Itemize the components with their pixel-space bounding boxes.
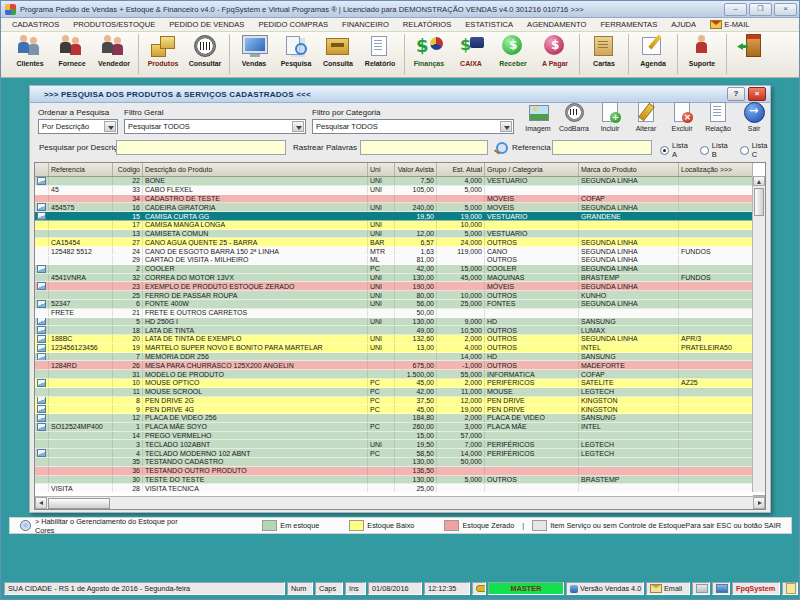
table-row[interactable]: 13CAMISETA COMUNUNI12,005,000VESTUARIO [35, 230, 753, 239]
table-row[interactable]: 11MOUSE SCROOLPC42,0011,000MOUSELEGTECH [35, 388, 753, 397]
radio-lista-c[interactable]: Lista C [740, 141, 768, 159]
toolbar-caixa[interactable]: CAIXA [450, 34, 492, 76]
general-filter-select[interactable]: Pesquisar TODOS [124, 119, 306, 134]
menu-relat-rios[interactable]: RELATÓRIOS [396, 20, 458, 29]
menu-e-mail[interactable]: E-MAIL [703, 20, 756, 29]
toolbar-receber[interactable]: Receber [492, 34, 534, 76]
menu-cadastros[interactable]: CADASTROS [5, 20, 66, 29]
toolbar-a-pagar[interactable]: A Pagar [534, 34, 576, 76]
table-row[interactable]: 34CADASTRO DE TESTEMOVEISCOFAP [35, 195, 753, 204]
menu-estatistica[interactable]: ESTATISTICA [458, 20, 520, 29]
table-row[interactable]: 22BONEUNI7,504,000VESTUARIOSEGUNDA LINHA [35, 177, 753, 186]
table-row[interactable]: CA1545427CANO AGUA QUENTE 25 - BARRABAR6… [35, 238, 753, 247]
search-description-input[interactable] [116, 140, 286, 155]
menu-pedido-compras[interactable]: PEDIDO COMPRAS [251, 20, 335, 29]
toolbar-exit[interactable] [730, 34, 772, 76]
column-header[interactable]: Uni [368, 163, 395, 176]
printer-icon[interactable] [692, 582, 710, 595]
table-row[interactable]: 3TECLADO 102ABNTUNI19,507,000PERIFÉRICOS… [35, 440, 753, 449]
status-email-button[interactable]: Email [646, 582, 690, 595]
toolbar-vendas[interactable]: Vendas [233, 34, 275, 76]
imagem-button[interactable]: Imagem [520, 101, 556, 139]
table-row[interactable]: 4533CABO FLEXELUNI105,005,000 [35, 186, 753, 195]
column-header[interactable]: Grupo / Categoria [485, 163, 579, 176]
toolbar-pesquisa[interactable]: Pesquisa [275, 34, 317, 76]
sair-button[interactable]: Sair [736, 101, 772, 139]
close-button[interactable] [774, 3, 797, 16]
radio-lista-a[interactable]: Lista A [660, 141, 688, 159]
table-row[interactable]: SO12524MP4001PLACA MÃE SOYOPC260,003,000… [35, 423, 753, 432]
table-row[interactable]: 4541VNRA32CORREA DO MOTOR 13VXUNI130,004… [35, 274, 753, 283]
toolbar-finan-as[interactable]: Finanças [408, 34, 450, 76]
table-row[interactable]: 8PEN DRIVE 2GPC37,5012,000PEN DRIVEKINGS… [35, 397, 753, 406]
menu-pedido-de-vendas[interactable]: PEDIDO DE VENDAS [162, 20, 251, 29]
table-row[interactable]: 36TESTANDO OUTRO PRODUTO136,50 [35, 467, 753, 476]
scroll-left-icon[interactable] [35, 497, 47, 509]
menu-produtos-estoque[interactable]: PRODUTOS/ESTOQUE [66, 20, 162, 29]
table-row[interactable]: 125482 551224CANO DE ESGOTO BARRA 150 2ª… [35, 247, 753, 256]
table-row[interactable]: 9PEN DRIVE 4GPC45,0019,000PEN DRIVEKINGS… [35, 405, 753, 414]
vertical-scroll-thumb[interactable] [754, 188, 764, 216]
rela-o-button[interactable]: Relação [700, 101, 736, 139]
menu-ajuda[interactable]: AJUDA [664, 20, 703, 29]
minimize-button[interactable] [724, 3, 747, 16]
menu-ferramentas[interactable]: FERRAMENTAS [593, 20, 664, 29]
table-row[interactable]: 12PLACA DE VIDEO 256184,802,000PLACA DE … [35, 414, 753, 423]
table-row[interactable]: 35TESTANDO CADASTRO130,0050,000 [35, 458, 753, 467]
toolbar-fornece[interactable]: Fornece [51, 34, 93, 76]
column-header[interactable]: Marca do Produto [579, 163, 679, 176]
panel-close-button[interactable] [748, 87, 766, 101]
table-row[interactable]: 45457516CADEIRA GIRATORIAUNI240,005,000M… [35, 203, 753, 212]
table-row[interactable]: 29CARTAO DE VISITA - MILHEIROML81,00OUTR… [35, 256, 753, 265]
horizontal-scroll-thumb[interactable] [48, 498, 110, 509]
table-row[interactable]: 14PREGO VERMELHO15,0057,000 [35, 432, 753, 441]
table-row[interactable]: 1284RD26MESA PARA CHURRASCO 125X200 ANGE… [35, 361, 753, 370]
column-header[interactable]: Localização >>> [679, 163, 753, 176]
table-row[interactable]: 17CAMISA MANGA LONGAUNI10,000 [35, 221, 753, 230]
monitor-icon[interactable] [712, 582, 730, 595]
table-row[interactable]: 523476FONTE 400WUNI56,0025,000FONTESSEGU… [35, 300, 753, 309]
vertical-scrollbar[interactable] [752, 176, 765, 492]
toolbar-agenda[interactable]: Agenda [632, 34, 674, 76]
order-filter-select[interactable]: Por Descrição [38, 119, 118, 134]
incluir-button[interactable]: Incluir [592, 101, 628, 139]
column-header[interactable] [35, 163, 49, 176]
table-row[interactable]: 31MODELO DE PRODUTO1.500,0055,000INFORMA… [35, 370, 753, 379]
table-row[interactable]: 2COOLERPC42,0015,000COOLERSEGUNDA LINHA [35, 265, 753, 274]
toolbar-consulta[interactable]: Consulta [317, 34, 359, 76]
table-row[interactable]: 5HD 250G IUNI130,009,000HDSANSUNG [35, 318, 753, 327]
column-header[interactable]: Referencia [49, 163, 113, 176]
toolbar-vendedor[interactable]: Vendedor [93, 34, 135, 76]
codbarra-button[interactable]: CodBarra [556, 101, 592, 139]
restore-button[interactable] [749, 3, 772, 16]
table-row[interactable]: 30TESTE DO TESTE130,005,000OUTROSBRASTEM… [35, 476, 753, 485]
table-row[interactable]: 188BC20LATA DE TINTA DE EXEMPLOUNI132,60… [35, 335, 753, 344]
radio-lista-b[interactable]: Lista B [700, 141, 728, 159]
menu-agendamento[interactable]: AGENDAMENTO [520, 20, 593, 29]
horizontal-scrollbar[interactable] [35, 496, 765, 509]
table-row[interactable]: VISITA28VISITA TECNICA25,00 [35, 484, 753, 493]
table-row[interactable]: 18LATA DE TINTA49,0010,500OUTROSLUMAX [35, 326, 753, 335]
toolbar-relat-rio[interactable]: Relatório [359, 34, 401, 76]
table-row[interactable]: 25FERRO DE PASSAR ROUPAUNI80,0010,000OUT… [35, 291, 753, 300]
scroll-right-icon[interactable] [753, 497, 765, 509]
reference-input[interactable] [552, 140, 652, 155]
column-header[interactable]: Est. Atual [437, 163, 485, 176]
track-words-input[interactable] [360, 140, 488, 155]
help-button[interactable] [727, 87, 745, 101]
menu-financeiro[interactable]: FINANCEIRO [335, 20, 396, 29]
alterar-button[interactable]: Alterar [628, 101, 664, 139]
table-row[interactable]: 12345612345619MARTELO SUPER NOVO E BONIT… [35, 344, 753, 353]
table-row[interactable]: 15CAMISA CURTA GG19,5019,000VESTUARIOGRA… [35, 212, 753, 221]
category-filter-select[interactable]: Pesquisar TODOS [312, 119, 514, 134]
legend-toggle-icon[interactable] [20, 520, 31, 531]
scroll-up-icon[interactable] [753, 176, 765, 186]
toolbar-cartas[interactable]: Cartas [583, 34, 625, 76]
excluir-button[interactable]: Excluir [664, 101, 700, 139]
table-row[interactable]: 23EXEMPLO DE PRODUTO ESTOQUE ZERADOUNI19… [35, 282, 753, 291]
column-header[interactable]: Código [113, 163, 143, 176]
table-row[interactable]: FRETE21FRETE E OUTROS CARRETOS50,00 [35, 309, 753, 318]
toolbar-suporte[interactable]: Suporte [681, 34, 723, 76]
column-header[interactable]: Descrição do Produto [143, 163, 368, 176]
column-header[interactable]: Valor Avista [395, 163, 437, 176]
